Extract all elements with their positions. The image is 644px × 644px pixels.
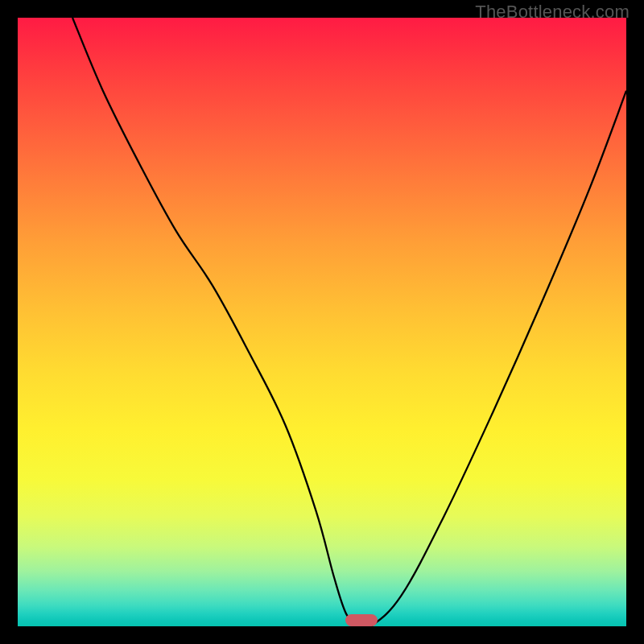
optimal-marker — [345, 614, 378, 626]
bottleneck-curve-path — [72, 18, 626, 626]
curve-overlay — [18, 18, 626, 626]
chart-container: TheBottleneck.com — [0, 0, 644, 644]
plot-area — [18, 18, 626, 626]
